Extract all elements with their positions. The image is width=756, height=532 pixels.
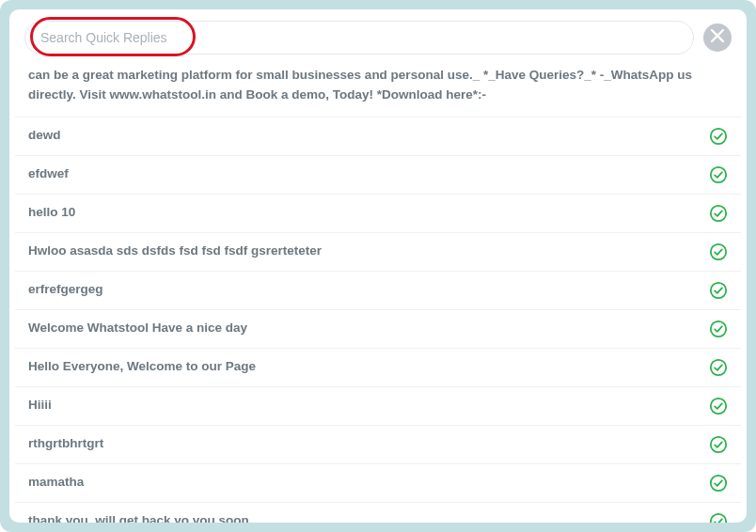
svg-point-4 <box>711 283 726 298</box>
quick-reply-item[interactable]: rthgrtbhrtgrt <box>15 426 741 464</box>
quick-replies-panel: can be a great marketing platform for sm… <box>9 9 747 523</box>
quick-reply-text: rthgrtbhrtgrt <box>28 435 709 453</box>
quick-reply-text: erfrefgergeg <box>28 281 709 299</box>
quick-reply-text: Hiiii <box>28 397 709 415</box>
quick-reply-item[interactable]: Welcome Whatstool Have a nice day <box>15 310 741 349</box>
quick-reply-item[interactable]: Hiiii <box>15 387 741 426</box>
quick-reply-item[interactable]: Hwloo asasda sds dsfds fsd fsd fsdf gsre… <box>15 233 741 272</box>
quick-reply-item[interactable]: Hello Everyone, Welcome to our Page <box>15 349 741 387</box>
quick-reply-text: dewd <box>28 127 709 145</box>
check-circle-icon <box>709 435 728 454</box>
quick-reply-text: mamatha <box>28 474 709 492</box>
svg-point-7 <box>711 399 726 414</box>
svg-point-5 <box>711 321 726 336</box>
search-input[interactable] <box>24 21 694 55</box>
panel-header <box>9 9 747 64</box>
check-circle-icon <box>709 243 728 261</box>
quick-reply-item[interactable]: thank you, will get back yo you soon <box>15 503 741 523</box>
check-circle-icon <box>709 474 728 493</box>
quick-reply-text: Hwloo asasda sds dsfds fsd fsd fsdf gsre… <box>28 243 709 260</box>
quick-reply-text: Hello Everyone, Welcome to our Page <box>28 358 709 376</box>
close-icon <box>711 29 724 46</box>
quick-reply-text: thank you, will get back yo you soon <box>28 512 709 523</box>
check-circle-icon <box>709 397 728 415</box>
quick-reply-text: efdwef <box>28 165 709 183</box>
intro-text: can be a great marketing platform for sm… <box>15 64 741 117</box>
check-circle-icon <box>709 320 728 338</box>
check-circle-icon <box>709 281 728 300</box>
svg-point-0 <box>711 129 726 144</box>
quick-reply-text: Welcome Whatstool Have a nice day <box>28 320 709 337</box>
svg-point-8 <box>711 437 726 452</box>
quick-reply-item[interactable]: dewd <box>15 117 741 156</box>
check-circle-icon <box>709 204 728 223</box>
svg-point-10 <box>711 514 726 523</box>
close-button[interactable] <box>703 23 732 52</box>
check-circle-icon <box>709 512 728 523</box>
quick-reply-text: hello 10 <box>28 204 709 222</box>
svg-point-6 <box>711 360 726 375</box>
quick-replies-list[interactable]: can be a great marketing platform for sm… <box>9 64 747 523</box>
svg-point-2 <box>711 206 726 221</box>
svg-point-9 <box>711 476 726 491</box>
search-wrap <box>24 21 694 55</box>
quick-reply-item[interactable]: hello 10 <box>15 195 741 233</box>
quick-reply-item[interactable]: mamatha <box>15 464 741 503</box>
check-circle-icon <box>709 165 728 184</box>
svg-point-1 <box>711 167 726 182</box>
check-circle-icon <box>709 358 728 377</box>
modal-backdrop: can be a great marketing platform for sm… <box>0 0 756 532</box>
svg-point-3 <box>711 244 726 259</box>
check-circle-icon <box>709 127 728 146</box>
quick-reply-item[interactable]: erfrefgergeg <box>15 272 741 310</box>
quick-reply-item[interactable]: efdwef <box>15 156 741 195</box>
